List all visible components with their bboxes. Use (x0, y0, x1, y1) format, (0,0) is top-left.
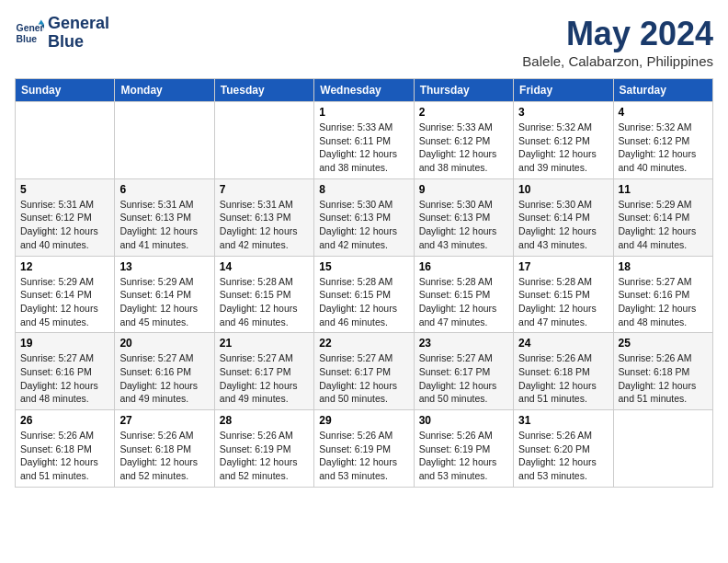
calendar-cell: 15Sunrise: 5:28 AMSunset: 6:15 PMDayligh… (314, 256, 414, 333)
day-number: 19 (20, 337, 109, 350)
day-number: 15 (319, 260, 408, 273)
calendar-cell: 17Sunrise: 5:28 AMSunset: 6:15 PMDayligh… (514, 256, 613, 333)
calendar-cell: 28Sunrise: 5:26 AMSunset: 6:19 PMDayligh… (214, 410, 313, 488)
logo: General Blue General Blue (15, 15, 109, 52)
calendar-cell (115, 102, 214, 179)
day-number: 18 (619, 260, 708, 273)
day-info: Sunrise: 5:26 AMSunset: 6:18 PMDaylight:… (619, 351, 708, 406)
calendar-cell (16, 102, 115, 179)
day-number: 30 (419, 414, 508, 427)
calendar-cell: 21Sunrise: 5:27 AMSunset: 6:17 PMDayligh… (214, 333, 313, 410)
logo-blue: Blue (48, 33, 84, 52)
day-number: 16 (419, 260, 508, 273)
day-header-sunday: Sunday (16, 79, 115, 102)
day-info: Sunrise: 5:29 AMSunset: 6:14 PMDaylight:… (119, 275, 209, 329)
calendar-cell: 13Sunrise: 5:29 AMSunset: 6:14 PMDayligh… (115, 256, 214, 333)
day-number: 27 (119, 414, 209, 427)
calendar-cell: 10Sunrise: 5:30 AMSunset: 6:14 PMDayligh… (514, 178, 613, 256)
day-info: Sunrise: 5:31 AMSunset: 6:12 PMDaylight:… (20, 198, 109, 252)
svg-text:Blue: Blue (17, 33, 38, 43)
month-title: May 2024 (522, 15, 713, 53)
day-number: 5 (20, 183, 109, 196)
calendar-cell: 18Sunrise: 5:27 AMSunset: 6:16 PMDayligh… (613, 256, 712, 333)
calendar-cell: 12Sunrise: 5:29 AMSunset: 6:14 PMDayligh… (16, 256, 115, 333)
calendar-cell: 9Sunrise: 5:30 AMSunset: 6:13 PMDaylight… (414, 178, 513, 256)
day-info: Sunrise: 5:27 AMSunset: 6:16 PMDaylight:… (119, 351, 209, 406)
day-info: Sunrise: 5:28 AMSunset: 6:15 PMDaylight:… (220, 275, 309, 329)
day-info: Sunrise: 5:33 AMSunset: 6:11 PMDaylight:… (319, 121, 408, 175)
calendar-cell: 27Sunrise: 5:26 AMSunset: 6:18 PMDayligh… (115, 410, 214, 488)
day-number: 21 (220, 337, 309, 350)
day-info: Sunrise: 5:26 AMSunset: 6:20 PMDaylight:… (518, 429, 608, 483)
day-info: Sunrise: 5:30 AMSunset: 6:14 PMDaylight:… (518, 198, 608, 252)
logo-general: General (48, 15, 109, 33)
day-number: 24 (518, 337, 608, 350)
calendar-cell: 6Sunrise: 5:31 AMSunset: 6:13 PMDaylight… (115, 178, 214, 256)
day-header-monday: Monday (115, 79, 214, 102)
calendar-cell (613, 410, 712, 488)
calendar-cell: 31Sunrise: 5:26 AMSunset: 6:20 PMDayligh… (514, 410, 613, 488)
calendar-cell: 16Sunrise: 5:28 AMSunset: 6:15 PMDayligh… (414, 256, 513, 333)
day-number: 28 (220, 414, 309, 427)
day-number: 2 (419, 106, 508, 119)
calendar-cell: 11Sunrise: 5:29 AMSunset: 6:14 PMDayligh… (613, 178, 712, 256)
calendar-cell: 22Sunrise: 5:27 AMSunset: 6:17 PMDayligh… (314, 333, 414, 410)
day-number: 17 (518, 260, 608, 273)
calendar-cell: 20Sunrise: 5:27 AMSunset: 6:16 PMDayligh… (115, 333, 214, 410)
calendar-week-row: 5Sunrise: 5:31 AMSunset: 6:12 PMDaylight… (16, 178, 713, 256)
day-info: Sunrise: 5:29 AMSunset: 6:14 PMDaylight:… (20, 275, 109, 329)
day-info: Sunrise: 5:27 AMSunset: 6:16 PMDaylight:… (619, 275, 708, 329)
day-header-saturday: Saturday (613, 79, 712, 102)
calendar-cell: 4Sunrise: 5:32 AMSunset: 6:12 PMDaylight… (613, 102, 712, 179)
day-number: 10 (518, 183, 608, 196)
calendar-cell: 2Sunrise: 5:33 AMSunset: 6:12 PMDaylight… (414, 102, 513, 179)
day-info: Sunrise: 5:30 AMSunset: 6:13 PMDaylight:… (319, 198, 408, 252)
day-info: Sunrise: 5:27 AMSunset: 6:16 PMDaylight:… (20, 351, 109, 406)
day-number: 14 (220, 260, 309, 273)
calendar-cell: 1Sunrise: 5:33 AMSunset: 6:11 PMDaylight… (314, 102, 414, 179)
day-number: 8 (319, 183, 408, 196)
page-header: General Blue General Blue May 2024 Balel… (15, 15, 713, 69)
calendar-week-row: 26Sunrise: 5:26 AMSunset: 6:18 PMDayligh… (16, 410, 713, 488)
day-number: 1 (319, 106, 408, 119)
day-number: 13 (119, 260, 209, 273)
svg-marker-2 (39, 19, 44, 24)
day-info: Sunrise: 5:26 AMSunset: 6:18 PMDaylight:… (119, 429, 209, 483)
day-number: 23 (419, 337, 508, 350)
day-info: Sunrise: 5:28 AMSunset: 6:15 PMDaylight:… (419, 275, 508, 329)
day-number: 25 (619, 337, 708, 350)
day-number: 9 (419, 183, 508, 196)
day-info: Sunrise: 5:26 AMSunset: 6:19 PMDaylight:… (419, 429, 508, 483)
day-info: Sunrise: 5:27 AMSunset: 6:17 PMDaylight:… (220, 351, 309, 406)
calendar-cell: 25Sunrise: 5:26 AMSunset: 6:18 PMDayligh… (613, 333, 712, 410)
calendar-cell: 5Sunrise: 5:31 AMSunset: 6:12 PMDaylight… (16, 178, 115, 256)
day-number: 26 (20, 414, 109, 427)
calendar-cell: 29Sunrise: 5:26 AMSunset: 6:19 PMDayligh… (314, 410, 414, 488)
calendar-week-row: 19Sunrise: 5:27 AMSunset: 6:16 PMDayligh… (16, 333, 713, 410)
day-info: Sunrise: 5:31 AMSunset: 6:13 PMDaylight:… (119, 198, 209, 252)
title-block: May 2024 Balele, Calabarzon, Philippines (522, 15, 713, 69)
day-number: 22 (319, 337, 408, 350)
day-header-tuesday: Tuesday (214, 79, 313, 102)
day-info: Sunrise: 5:28 AMSunset: 6:15 PMDaylight:… (319, 275, 408, 329)
day-info: Sunrise: 5:30 AMSunset: 6:13 PMDaylight:… (419, 198, 508, 252)
day-info: Sunrise: 5:32 AMSunset: 6:12 PMDaylight:… (518, 121, 608, 175)
calendar-week-row: 12Sunrise: 5:29 AMSunset: 6:14 PMDayligh… (16, 256, 713, 333)
day-header-wednesday: Wednesday (314, 79, 414, 102)
day-info: Sunrise: 5:27 AMSunset: 6:17 PMDaylight:… (319, 351, 408, 406)
calendar-cell: 8Sunrise: 5:30 AMSunset: 6:13 PMDaylight… (314, 178, 414, 256)
calendar-cell: 26Sunrise: 5:26 AMSunset: 6:18 PMDayligh… (16, 410, 115, 488)
calendar-header-row: SundayMondayTuesdayWednesdayThursdayFrid… (16, 79, 713, 102)
svg-text:General: General (17, 23, 44, 33)
day-info: Sunrise: 5:26 AMSunset: 6:19 PMDaylight:… (319, 429, 408, 483)
calendar-cell: 19Sunrise: 5:27 AMSunset: 6:16 PMDayligh… (16, 333, 115, 410)
day-info: Sunrise: 5:33 AMSunset: 6:12 PMDaylight:… (419, 121, 508, 175)
location: Balele, Calabarzon, Philippines (522, 53, 713, 69)
calendar-cell: 7Sunrise: 5:31 AMSunset: 6:13 PMDaylight… (214, 178, 313, 256)
day-number: 6 (119, 183, 209, 196)
day-info: Sunrise: 5:31 AMSunset: 6:13 PMDaylight:… (220, 198, 309, 252)
logo-icon: General Blue (15, 18, 44, 48)
day-header-friday: Friday (514, 79, 613, 102)
day-info: Sunrise: 5:29 AMSunset: 6:14 PMDaylight:… (619, 198, 708, 252)
day-number: 3 (518, 106, 608, 119)
